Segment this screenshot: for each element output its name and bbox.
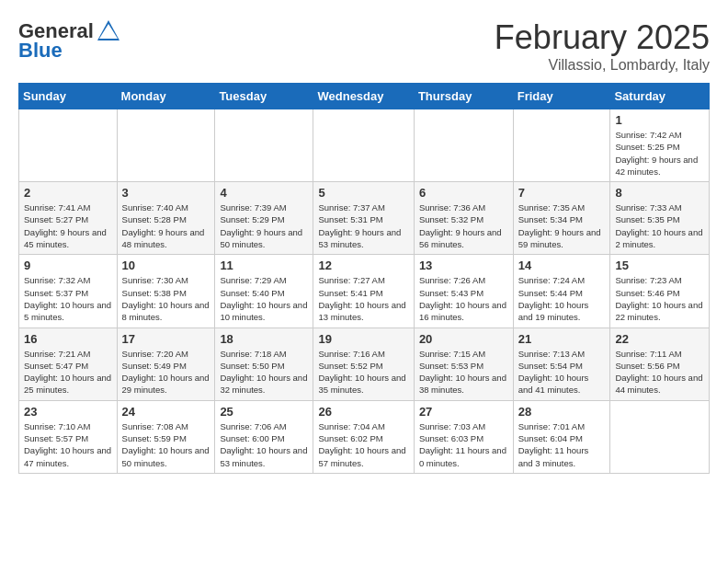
day-info: Sunrise: 7:24 AM Sunset: 5:44 PM Dayligh… [518, 274, 606, 323]
calendar-header-row: Sunday Monday Tuesday Wednesday Thursday… [19, 84, 710, 109]
calendar-day: 24Sunrise: 7:08 AM Sunset: 5:59 PM Dayli… [117, 400, 215, 473]
day-number: 12 [318, 259, 408, 272]
day-number: 14 [518, 259, 606, 272]
day-number: 2 [24, 186, 112, 200]
col-friday: Friday [513, 84, 610, 109]
calendar-day: 28Sunrise: 7:01 AM Sunset: 6:04 PM Dayli… [513, 400, 610, 473]
day-info: Sunrise: 7:03 AM Sunset: 6:03 PM Dayligh… [419, 420, 508, 469]
day-number: 18 [220, 332, 308, 346]
day-number: 22 [615, 332, 704, 346]
day-number: 4 [220, 186, 308, 200]
day-number: 13 [419, 259, 508, 272]
day-number: 21 [518, 332, 606, 346]
day-info: Sunrise: 7:39 AM Sunset: 5:29 PM Dayligh… [220, 201, 308, 250]
day-info: Sunrise: 7:40 AM Sunset: 5:28 PM Dayligh… [122, 201, 210, 250]
day-info: Sunrise: 7:21 AM Sunset: 5:47 PM Dayligh… [24, 348, 112, 396]
calendar-week-1: 2Sunrise: 7:41 AM Sunset: 5:27 PM Daylig… [19, 182, 710, 255]
day-info: Sunrise: 7:18 AM Sunset: 5:50 PM Dayligh… [220, 348, 308, 396]
day-info: Sunrise: 7:29 AM Sunset: 5:40 PM Dayligh… [220, 274, 308, 323]
day-info: Sunrise: 7:10 AM Sunset: 5:57 PM Dayligh… [24, 420, 112, 469]
day-number: 5 [318, 186, 408, 200]
calendar-day: 16Sunrise: 7:21 AM Sunset: 5:47 PM Dayli… [19, 327, 118, 400]
calendar-day: 1Sunrise: 7:42 AM Sunset: 5:25 PM Daylig… [610, 109, 710, 182]
col-monday: Monday [117, 84, 215, 109]
calendar-day: 21Sunrise: 7:13 AM Sunset: 5:54 PM Dayli… [513, 327, 610, 400]
calendar-week-3: 16Sunrise: 7:21 AM Sunset: 5:47 PM Dayli… [19, 327, 710, 400]
calendar-week-0: 1Sunrise: 7:42 AM Sunset: 5:25 PM Daylig… [19, 109, 710, 182]
calendar-day: 23Sunrise: 7:10 AM Sunset: 5:57 PM Dayli… [19, 400, 118, 473]
calendar-day: 26Sunrise: 7:04 AM Sunset: 6:02 PM Dayli… [313, 400, 414, 473]
col-tuesday: Tuesday [215, 84, 313, 109]
calendar-day: 4Sunrise: 7:39 AM Sunset: 5:29 PM Daylig… [215, 182, 313, 255]
title-block: February 2025 Villassio, Lombardy, Italy [495, 18, 710, 74]
day-number: 19 [318, 332, 408, 346]
day-info: Sunrise: 7:08 AM Sunset: 5:59 PM Dayligh… [122, 420, 210, 469]
day-number: 28 [518, 405, 606, 419]
day-info: Sunrise: 7:01 AM Sunset: 6:04 PM Dayligh… [518, 420, 606, 469]
day-info: Sunrise: 7:15 AM Sunset: 5:53 PM Dayligh… [419, 348, 508, 396]
col-sunday: Sunday [19, 84, 118, 109]
logo-icon [96, 18, 121, 44]
day-number: 17 [122, 332, 210, 346]
day-number: 3 [122, 186, 210, 200]
day-info: Sunrise: 7:27 AM Sunset: 5:41 PM Dayligh… [318, 274, 408, 323]
calendar-day [610, 400, 710, 473]
day-number: 10 [122, 259, 210, 272]
calendar-day: 27Sunrise: 7:03 AM Sunset: 6:03 PM Dayli… [414, 400, 513, 473]
calendar-day: 20Sunrise: 7:15 AM Sunset: 5:53 PM Dayli… [414, 327, 513, 400]
calendar-day: 19Sunrise: 7:16 AM Sunset: 5:52 PM Dayli… [313, 327, 414, 400]
day-info: Sunrise: 7:33 AM Sunset: 5:35 PM Dayligh… [615, 201, 704, 250]
day-info: Sunrise: 7:16 AM Sunset: 5:52 PM Dayligh… [318, 348, 408, 396]
day-info: Sunrise: 7:06 AM Sunset: 6:00 PM Dayligh… [220, 420, 308, 469]
day-number: 15 [615, 259, 704, 272]
day-info: Sunrise: 7:13 AM Sunset: 5:54 PM Dayligh… [518, 348, 606, 396]
col-wednesday: Wednesday [313, 84, 414, 109]
day-info: Sunrise: 7:32 AM Sunset: 5:37 PM Dayligh… [24, 274, 112, 323]
day-number: 11 [220, 259, 308, 272]
day-number: 6 [419, 186, 508, 200]
day-number: 26 [318, 405, 408, 419]
day-info: Sunrise: 7:23 AM Sunset: 5:46 PM Dayligh… [615, 274, 704, 323]
day-info: Sunrise: 7:36 AM Sunset: 5:32 PM Dayligh… [419, 201, 508, 250]
day-number: 20 [419, 332, 508, 346]
col-saturday: Saturday [610, 84, 710, 109]
calendar-day: 2Sunrise: 7:41 AM Sunset: 5:27 PM Daylig… [19, 182, 118, 255]
day-number: 24 [122, 405, 210, 419]
day-number: 27 [419, 405, 508, 419]
calendar-day: 11Sunrise: 7:29 AM Sunset: 5:40 PM Dayli… [215, 255, 313, 327]
day-number: 9 [24, 259, 112, 272]
calendar-day: 18Sunrise: 7:18 AM Sunset: 5:50 PM Dayli… [215, 327, 313, 400]
logo-blue: Blue [18, 39, 63, 63]
month-title: February 2025 [495, 18, 710, 57]
calendar-day: 10Sunrise: 7:30 AM Sunset: 5:38 PM Dayli… [117, 255, 215, 327]
calendar-day [19, 109, 118, 182]
logo: General Blue [18, 18, 121, 63]
location: Villassio, Lombardy, Italy [495, 57, 710, 74]
calendar-day: 3Sunrise: 7:40 AM Sunset: 5:28 PM Daylig… [117, 182, 215, 255]
calendar-day: 8Sunrise: 7:33 AM Sunset: 5:35 PM Daylig… [610, 182, 710, 255]
page: General Blue February 2025 Villassio, Lo… [0, 0, 728, 563]
day-info: Sunrise: 7:35 AM Sunset: 5:34 PM Dayligh… [518, 201, 606, 250]
calendar-day [215, 109, 313, 182]
calendar-day: 12Sunrise: 7:27 AM Sunset: 5:41 PM Dayli… [313, 255, 414, 327]
day-info: Sunrise: 7:04 AM Sunset: 6:02 PM Dayligh… [318, 420, 408, 469]
calendar-day [313, 109, 414, 182]
day-number: 25 [220, 405, 308, 419]
day-info: Sunrise: 7:41 AM Sunset: 5:27 PM Dayligh… [24, 201, 112, 250]
day-number: 8 [615, 186, 704, 200]
calendar-day [513, 109, 610, 182]
calendar-day: 9Sunrise: 7:32 AM Sunset: 5:37 PM Daylig… [19, 255, 118, 327]
calendar-day: 22Sunrise: 7:11 AM Sunset: 5:56 PM Dayli… [610, 327, 710, 400]
day-info: Sunrise: 7:30 AM Sunset: 5:38 PM Dayligh… [122, 274, 210, 323]
day-info: Sunrise: 7:37 AM Sunset: 5:31 PM Dayligh… [318, 201, 408, 250]
day-info: Sunrise: 7:26 AM Sunset: 5:43 PM Dayligh… [419, 274, 508, 323]
day-info: Sunrise: 7:42 AM Sunset: 5:25 PM Dayligh… [615, 129, 704, 178]
calendar-day [117, 109, 215, 182]
day-number: 16 [24, 332, 112, 346]
header: General Blue February 2025 Villassio, Lo… [18, 18, 710, 74]
calendar-day: 14Sunrise: 7:24 AM Sunset: 5:44 PM Dayli… [513, 255, 610, 327]
calendar-day: 17Sunrise: 7:20 AM Sunset: 5:49 PM Dayli… [117, 327, 215, 400]
day-info: Sunrise: 7:20 AM Sunset: 5:49 PM Dayligh… [122, 348, 210, 396]
calendar-week-4: 23Sunrise: 7:10 AM Sunset: 5:57 PM Dayli… [19, 400, 710, 473]
day-number: 7 [518, 186, 606, 200]
